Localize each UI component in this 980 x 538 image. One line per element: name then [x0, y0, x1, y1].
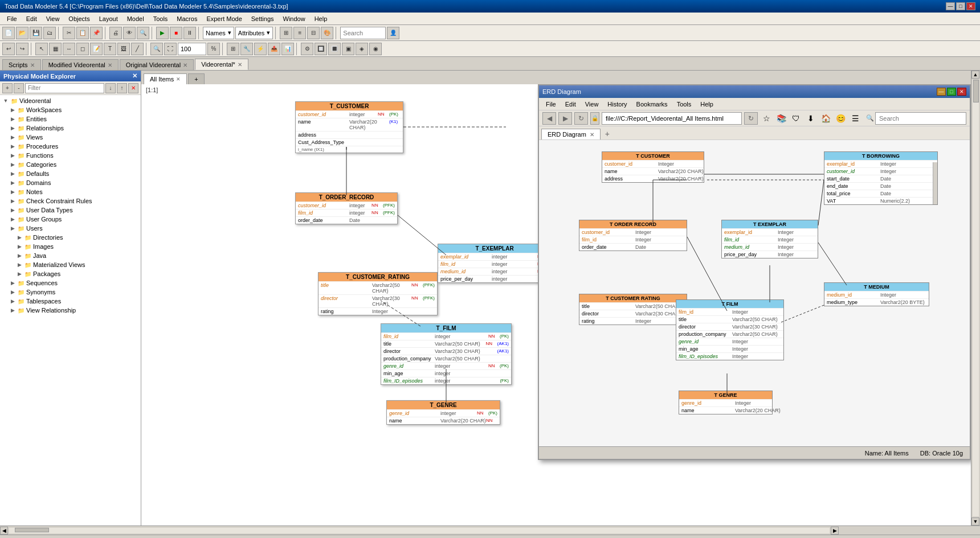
- snap-btn[interactable]: 🔧: [240, 43, 253, 55]
- browser-tab-erd-close[interactable]: ✕: [590, 132, 594, 138]
- align-btn[interactable]: ≡: [293, 27, 306, 39]
- menu-model[interactable]: Model: [122, 14, 149, 23]
- pause-btn[interactable]: ⏸: [183, 27, 196, 39]
- tree-root[interactable]: ▼ 📁 Videorental: [1, 96, 140, 105]
- right-scrollbar[interactable]: ▲ ▼: [971, 71, 980, 525]
- browser-menu-history[interactable]: History: [603, 100, 631, 109]
- views-expander[interactable]: ▶: [9, 134, 16, 141]
- extra6-btn[interactable]: ◉: [369, 43, 382, 55]
- tree-item-entities[interactable]: ▶ 📁 Entities: [8, 114, 140, 124]
- tree-item-views[interactable]: ▶ 📁 Views: [8, 133, 140, 142]
- notes-expander[interactable]: ▶: [9, 188, 16, 195]
- report-btn[interactable]: 📊: [281, 43, 294, 55]
- menu-view[interactable]: View: [42, 14, 64, 23]
- minimize-button[interactable]: —: [946, 2, 955, 10]
- tab-modified-close[interactable]: ✕: [108, 62, 112, 68]
- relation-btn[interactable]: ↔: [63, 43, 75, 55]
- h-scroll-right-btn[interactable]: ▶: [831, 527, 839, 535]
- tab-videorental[interactable]: Videorental* ✕: [195, 59, 248, 70]
- extra4-btn[interactable]: ▣: [342, 43, 354, 55]
- browser-menu-edit[interactable]: Edit: [561, 100, 581, 109]
- note-btn[interactable]: 📝: [90, 43, 103, 55]
- menu-settings[interactable]: Settings: [247, 14, 279, 23]
- zoom-pct-btn[interactable]: %: [207, 43, 220, 55]
- directories-expander[interactable]: ▶: [16, 234, 23, 241]
- image-btn[interactable]: 🖼: [117, 43, 130, 55]
- view-rel-expander[interactable]: ▶: [9, 307, 16, 314]
- new-btn[interactable]: 📄: [2, 27, 15, 39]
- tree-item-directories[interactable]: ▶ 📁 Directories: [15, 233, 140, 242]
- browser-menu-bookmarks[interactable]: Bookmarks: [632, 100, 672, 109]
- categories-expander[interactable]: ▶: [9, 161, 16, 168]
- scroll-indicator[interactable]: [933, 162, 937, 204]
- run-btn[interactable]: ▶: [156, 27, 169, 39]
- tree-item-user-groups[interactable]: ▶ 📁 User Groups: [8, 215, 140, 224]
- text-btn[interactable]: T: [104, 43, 116, 55]
- browser-maximize-btn[interactable]: □: [947, 88, 956, 96]
- browser-star-icon[interactable]: ☆: [760, 112, 773, 125]
- tree-item-users[interactable]: ▶ 📁 Users: [8, 224, 140, 233]
- h-scroll-left-btn[interactable]: ◀: [0, 527, 8, 535]
- tree-item-workspaces[interactable]: ▶ 📁 WorkSpaces: [8, 105, 140, 114]
- cut-btn[interactable]: ✂: [63, 27, 75, 39]
- tab-scripts-close[interactable]: ✕: [30, 62, 35, 68]
- scroll-thumb[interactable]: [973, 80, 979, 102]
- browser-menu-help[interactable]: Help: [696, 100, 718, 109]
- panel-down-btn[interactable]: ↓: [105, 83, 116, 93]
- table-t-genre-left[interactable]: T_GENRE genre_id integer NN (PK) name Va…: [386, 400, 500, 425]
- tree-item-mat-views[interactable]: ▶ 📁 Materialized Views: [15, 260, 140, 269]
- undo-btn[interactable]: ↩: [2, 43, 15, 55]
- tree-item-domains[interactable]: ▶ 📁 Domains: [8, 178, 140, 187]
- menu-edit[interactable]: Edit: [22, 14, 42, 23]
- line-btn[interactable]: ╱: [131, 43, 144, 55]
- browser-refresh-btn[interactable]: ↻: [574, 112, 588, 125]
- functions-expander[interactable]: ▶: [9, 152, 16, 159]
- tree-item-defaults[interactable]: ▶ 📁 Defaults: [8, 169, 140, 178]
- save-btn[interactable]: 💾: [30, 27, 42, 39]
- panel-up-btn[interactable]: ↑: [117, 83, 127, 93]
- menu-tools[interactable]: Tools: [149, 14, 173, 23]
- export-btn[interactable]: 📤: [268, 43, 280, 55]
- copy-btn[interactable]: 📋: [76, 27, 89, 39]
- browser-home-icon[interactable]: 🏠: [819, 112, 832, 125]
- java-expander[interactable]: ▶: [16, 252, 23, 259]
- scroll-down-btn[interactable]: ▼: [971, 518, 979, 525]
- h-scroll-thumb[interactable]: [15, 528, 49, 532]
- mat-views-expander[interactable]: ▶: [16, 261, 23, 268]
- browser-content-area[interactable]: T CUSTOMER customer_id Integer name Varc…: [539, 140, 970, 446]
- print-btn[interactable]: 🖨: [109, 27, 122, 39]
- fit-btn[interactable]: ⛶: [164, 43, 177, 55]
- tree-item-relationships[interactable]: ▶ 📁 Relationships: [8, 124, 140, 133]
- names-dropdown[interactable]: Names▾: [203, 27, 234, 39]
- attributes-dropdown[interactable]: Attributes▾: [235, 27, 273, 39]
- panel-close-icon[interactable]: ✕: [132, 72, 137, 80]
- tree-item-categories[interactable]: ▶ 📁 Categories: [8, 160, 140, 169]
- tab-original-close[interactable]: ✕: [183, 62, 187, 68]
- save-all-btn[interactable]: 🗂: [43, 27, 56, 39]
- tab-original[interactable]: Original Videorental ✕: [120, 59, 194, 70]
- table-t-customer-rating[interactable]: T_CUSTOMER_RATING title Varchar2(50 CHAR…: [318, 272, 438, 315]
- browser-tab-erd[interactable]: ERD Diagram ✕: [541, 129, 601, 139]
- tree-item-view-relationship[interactable]: ▶ 📁 View Relationship: [8, 306, 140, 315]
- browser-minimize-btn[interactable]: —: [937, 88, 946, 96]
- open-btn[interactable]: 📂: [16, 27, 28, 39]
- zoom-out-tb-btn[interactable]: 🔍: [150, 43, 163, 55]
- erd-canvas[interactable]: [1:1] T_CUSTOMER customer_id integer NN …: [141, 84, 971, 525]
- sub-tab-all-items[interactable]: All Items ✕: [144, 73, 187, 84]
- browser-emoji-icon[interactable]: 😊: [834, 112, 847, 125]
- horizontal-scrollbar[interactable]: ◀ ▶: [0, 525, 980, 535]
- browser-refresh2-btn[interactable]: ↻: [744, 112, 758, 125]
- table-t-order-record[interactable]: T_ORDER_RECORD customer_id integer NN (P…: [295, 192, 398, 224]
- extra3-btn[interactable]: 🔳: [328, 43, 341, 55]
- tree-item-check-constraints[interactable]: ▶ 📁 Check Constraint Rules: [8, 196, 140, 206]
- browser-menu-icon[interactable]: ☰: [849, 112, 861, 125]
- view-btn[interactable]: ◻: [76, 43, 89, 55]
- distribute-btn[interactable]: ⊟: [307, 27, 320, 39]
- panel-clear-btn[interactable]: ✕: [128, 83, 138, 93]
- menu-window[interactable]: Window: [279, 14, 310, 23]
- browser-download-icon[interactable]: ⬇: [805, 112, 817, 125]
- tree-item-procedures[interactable]: ▶ 📁 Procedures: [8, 142, 140, 151]
- zoom-input[interactable]: [178, 43, 206, 55]
- stop-btn[interactable]: ■: [170, 27, 182, 39]
- menu-macros[interactable]: Macros: [172, 14, 202, 23]
